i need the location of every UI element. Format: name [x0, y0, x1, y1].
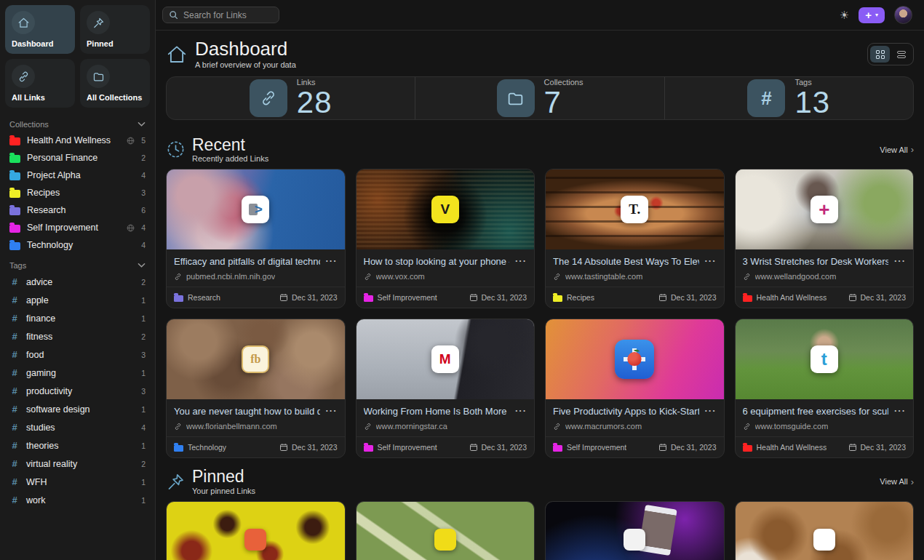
link-card-morningstar[interactable]: M Working From Home Is Both More and L..… [356, 319, 535, 458]
pin-icon [87, 11, 110, 34]
view-all-label: View All [880, 477, 907, 486]
sidebar-tag-theories[interactable]: #theories1 [0, 436, 155, 455]
folder-icon [743, 295, 752, 302]
card-menu-button[interactable]: ··· [705, 256, 717, 265]
search-box[interactable] [162, 7, 279, 23]
link-card-tastingtable[interactable]: T. The 14 Absolute Best Ways To Elevate … [545, 169, 725, 308]
sidebar-collection-technology[interactable]: Technology 4 [0, 236, 155, 254]
card-collection[interactable]: Research [174, 293, 220, 302]
pinned-card-falling-money[interactable] [356, 501, 535, 560]
sidebar-collection-research[interactable]: Research 6 [0, 201, 155, 219]
sidebar-tag-software-design[interactable]: #software design1 [0, 400, 155, 418]
card-collection[interactable]: Health And Wellness [743, 293, 827, 302]
card-collection[interactable]: Technology [174, 443, 226, 452]
card-menu-button[interactable]: ··· [326, 256, 338, 265]
pinned-card-workout-illustration[interactable] [166, 501, 346, 560]
sidebar-tag-studies[interactable]: #studies4 [0, 418, 155, 436]
recent-view-all-link[interactable]: View All › [880, 144, 914, 155]
card-menu-button[interactable]: ··· [515, 406, 527, 415]
collection-name: Self Improvement [27, 223, 98, 233]
list-view-button[interactable] [891, 46, 911, 63]
link-url: www.tomsguide.com [755, 422, 829, 431]
sidebar-collection-personal-finance[interactable]: Personal Finance 2 [0, 149, 155, 167]
collection-count: 5 [141, 136, 146, 145]
folder-icon [9, 207, 20, 215]
card-collection[interactable]: Self Improvement [364, 443, 437, 452]
folder-icon [364, 445, 373, 452]
sidebar-item-all-collections[interactable]: All Collections [80, 59, 150, 108]
sidebar-collection-health-and-wellness[interactable]: Health And Wellness 5 [0, 132, 155, 149]
link-url: www.wellandgood.com [755, 272, 837, 281]
link-url: www.vox.com [376, 272, 425, 281]
link-url: www.morningstar.ca [376, 422, 447, 431]
sidebar-tag-virtual-reality[interactable]: #virtual reality2 [0, 455, 155, 473]
site-favicon [244, 529, 266, 551]
card-collection[interactable]: Recipes [553, 293, 594, 302]
tags-header[interactable]: Tags [0, 254, 155, 273]
sidebar-item-all-links[interactable]: All Links [5, 59, 75, 108]
sidebar-collection-recipes[interactable]: Recipes 3 [0, 184, 155, 201]
calendar-icon [279, 293, 288, 302]
sidebar-collection-project-alpha[interactable]: Project Alpha 4 [0, 167, 155, 184]
grid-view-button[interactable] [870, 46, 890, 63]
sidebar-item-pinned[interactable]: Pinned [80, 5, 150, 54]
link-icon [364, 273, 372, 281]
link-thumbnail: > [167, 169, 345, 249]
pinned-card-gingerbread-cookies[interactable] [735, 501, 915, 560]
card-collection[interactable]: Self Improvement [364, 293, 437, 302]
folder-icon [87, 65, 110, 88]
link-card-florianbellmann[interactable]: fb You are never taught how to build qua… [166, 319, 346, 458]
hash-icon: # [9, 495, 20, 505]
sidebar-tag-fitness[interactable]: #fitness2 [0, 327, 155, 345]
sidebar-tag-productivity[interactable]: #productivity3 [0, 382, 155, 400]
calendar-icon [658, 293, 667, 302]
user-avatar[interactable] [894, 6, 912, 24]
sidebar-tag-advice[interactable]: #advice2 [0, 273, 155, 291]
section-subtitle: Recently added Links [192, 154, 268, 163]
tag-name: software design [26, 404, 90, 415]
link-card-wellandgood[interactable]: + 3 Wrist Stretches for Desk Workers to … [735, 169, 915, 308]
main-content: ☀ + ▾ Dashboard A brief overview of your… [156, 0, 924, 560]
card-menu-button[interactable]: ··· [894, 406, 906, 415]
hash-icon: # [9, 367, 20, 378]
link-title: 3 Wrist Stretches for Desk Workers to D.… [743, 256, 889, 267]
collection-count: 6 [141, 206, 146, 215]
tag-name: food [26, 350, 44, 360]
pinned-card-neon-monitor[interactable] [545, 501, 725, 560]
sidebar-item-dashboard[interactable]: Dashboard [5, 5, 75, 54]
folder-icon [9, 137, 20, 145]
card-menu-button[interactable]: ··· [326, 406, 338, 415]
link-card-macrumors[interactable]: Five Productivity Apps to Kick-Start the… [545, 319, 725, 458]
home-icon [166, 44, 188, 65]
tag-count: 1 [141, 405, 146, 414]
sidebar-tag-work[interactable]: #work1 [0, 491, 155, 509]
sidebar-tag-wfh[interactable]: #WFH1 [0, 473, 155, 491]
card-collection[interactable]: Self Improvement [553, 443, 626, 452]
sidebar-tag-gaming[interactable]: #gaming1 [0, 364, 155, 382]
pinned-view-all-link[interactable]: View All › [880, 476, 914, 487]
card-menu-button[interactable]: ··· [894, 256, 906, 265]
add-new-button[interactable]: + ▾ [859, 7, 885, 23]
link-card-pubmed[interactable]: > Efficacy and pitfalls of digital techn… [166, 169, 346, 308]
calendar-icon [469, 443, 478, 452]
card-menu-button[interactable]: ··· [705, 406, 717, 415]
link-card-tomsguide[interactable]: t 6 equipment free exercises for sculpti… [735, 319, 915, 458]
theme-toggle-sun-icon[interactable]: ☀ [840, 9, 849, 22]
search-input[interactable] [183, 10, 267, 20]
collection-count: 2 [141, 153, 146, 162]
link-thumbnail: + [736, 169, 914, 249]
collections-header[interactable]: Collections [0, 113, 155, 132]
sidebar-tag-finance[interactable]: #finance1 [0, 309, 155, 327]
search-icon [169, 10, 178, 20]
card-menu-button[interactable]: ··· [515, 256, 527, 265]
sidebar-collection-self-improvement[interactable]: Self Improvement 4 [0, 219, 155, 236]
tag-count: 1 [141, 314, 146, 323]
site-favicon [434, 529, 456, 551]
macrumors-app-icon [615, 340, 654, 379]
link-icon [12, 65, 35, 88]
link-card-vox[interactable]: V How to stop looking at your phone – Vo… [356, 169, 535, 308]
stats-card: Links 28 Collections 7 # [166, 76, 914, 120]
sidebar-tag-food[interactable]: #food3 [0, 345, 155, 364]
sidebar-tag-apple[interactable]: #apple1 [0, 291, 155, 309]
card-collection[interactable]: Health And Wellness [743, 443, 827, 452]
